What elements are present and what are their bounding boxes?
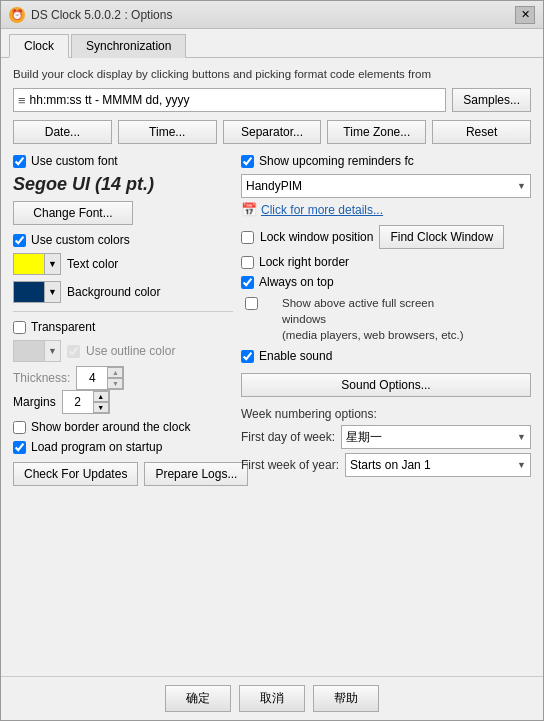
first-week-value: Starts on Jan 1 — [350, 458, 431, 472]
first-day-value: 星期一 — [346, 429, 382, 446]
thickness-input[interactable] — [77, 370, 107, 386]
description-text: Build your clock display by clicking but… — [13, 68, 531, 80]
date-button[interactable]: Date... — [13, 120, 112, 144]
format-buttons-row: Date... Time... Separator... Time Zone..… — [13, 120, 531, 144]
find-clock-button[interactable]: Find Clock Window — [379, 225, 504, 249]
main-columns: Use custom font Segoe UI (14 pt.) Change… — [13, 154, 531, 486]
load-startup-checkbox[interactable] — [13, 441, 26, 454]
margins-input[interactable] — [63, 394, 93, 410]
margins-row: Margins ▲ ▼ — [13, 390, 233, 414]
show-border-checkbox[interactable] — [13, 421, 26, 434]
font-display: Segoe UI (14 pt.) — [13, 174, 233, 195]
background-color-row: ▼ Background color — [13, 281, 233, 303]
use-custom-font-row: Use custom font — [13, 154, 233, 168]
reset-button[interactable]: Reset — [432, 120, 531, 144]
click-details-link[interactable]: Click for more details... — [261, 203, 383, 217]
format-align-icon: ≡ — [18, 93, 26, 108]
left-column: Use custom font Segoe UI (14 pt.) Change… — [13, 154, 233, 486]
use-custom-font-checkbox[interactable] — [13, 155, 26, 168]
timezone-button[interactable]: Time Zone... — [327, 120, 426, 144]
show-above-row: Show above active full screen windows (m… — [245, 295, 531, 343]
bg-color-dropdown-arrow[interactable]: ▼ — [44, 282, 60, 302]
show-above-line1: Show above active full screen — [282, 295, 464, 311]
confirm-button[interactable]: 确定 — [165, 685, 231, 712]
reminders-dropdown[interactable]: HandyPIM ▼ — [241, 174, 531, 198]
text-color-swatch-wrap[interactable]: ▼ — [13, 253, 61, 275]
text-color-label: Text color — [67, 257, 118, 271]
use-outline-color-checkbox — [67, 345, 80, 358]
always-on-top-checkbox[interactable] — [241, 276, 254, 289]
check-updates-button[interactable]: Check For Updates — [13, 462, 138, 486]
use-outline-color-label: Use outline color — [86, 344, 175, 358]
outline-swatch-wrap: ▼ — [13, 340, 61, 362]
thickness-down[interactable]: ▼ — [107, 378, 123, 389]
app-icon: ⏰ — [9, 7, 25, 23]
first-week-dropdown[interactable]: Starts on Jan 1 ▼ — [345, 453, 531, 477]
first-day-row: First day of week: 星期一 ▼ — [241, 425, 531, 449]
reminders-dropdown-arrow: ▼ — [517, 181, 526, 191]
format-input[interactable] — [30, 93, 442, 107]
separator-line — [13, 311, 233, 312]
thickness-spinner[interactable]: ▲ ▼ — [76, 366, 124, 390]
cancel-button[interactable]: 取消 — [239, 685, 305, 712]
format-row: ≡ Samples... — [13, 88, 531, 112]
always-on-top-row: Always on top — [241, 275, 531, 289]
margins-up[interactable]: ▲ — [93, 391, 109, 402]
bottom-buttons: Check For Updates Prepare Logs... — [13, 462, 233, 486]
bg-color-swatch-wrap[interactable]: ▼ — [13, 281, 61, 303]
calendar-icon: 📅 — [241, 202, 257, 217]
thickness-row: Thickness: ▲ ▼ — [13, 366, 233, 390]
show-reminders-checkbox[interactable] — [241, 155, 254, 168]
transparent-row: Transparent — [13, 320, 233, 334]
text-color-dropdown-arrow[interactable]: ▼ — [44, 254, 60, 274]
use-custom-font-label: Use custom font — [31, 154, 118, 168]
time-button[interactable]: Time... — [118, 120, 217, 144]
margins-label: Margins — [13, 395, 56, 409]
outline-dropdown-arrow: ▼ — [44, 341, 60, 361]
tab-clock[interactable]: Clock — [9, 34, 69, 58]
tab-content: Build your clock display by clicking but… — [1, 58, 543, 676]
margins-arrows: ▲ ▼ — [93, 391, 109, 413]
show-above-text: Show above active full screen windows (m… — [262, 295, 464, 343]
enable-sound-checkbox[interactable] — [241, 350, 254, 363]
first-week-row: First week of year: Starts on Jan 1 ▼ — [241, 453, 531, 477]
first-day-arrow: ▼ — [517, 432, 526, 442]
week-numbering-section: Week numbering options: First day of wee… — [241, 407, 531, 477]
dialog-buttons: 确定 取消 帮助 — [1, 676, 543, 720]
margins-down[interactable]: ▼ — [93, 402, 109, 413]
enable-sound-row: Enable sound — [241, 349, 531, 363]
first-week-arrow: ▼ — [517, 460, 526, 470]
first-day-dropdown[interactable]: 星期一 ▼ — [341, 425, 531, 449]
right-column: Show upcoming reminders fc HandyPIM ▼ 📅 … — [233, 154, 531, 486]
sound-options-button[interactable]: Sound Options... — [241, 373, 531, 397]
change-font-button[interactable]: Change Font... — [13, 201, 133, 225]
lock-right-checkbox[interactable] — [241, 256, 254, 269]
show-above-checkbox[interactable] — [245, 297, 258, 310]
tab-bar: Clock Synchronization — [1, 29, 543, 58]
samples-button[interactable]: Samples... — [452, 88, 531, 112]
window-title: DS Clock 5.0.0.2 : Options — [31, 8, 172, 22]
show-above-line3: (media players, web browsers, etc.) — [282, 327, 464, 343]
title-bar: ⏰ DS Clock 5.0.0.2 : Options ✕ — [1, 1, 543, 29]
show-border-row: Show border around the clock — [13, 420, 233, 434]
help-button[interactable]: 帮助 — [313, 685, 379, 712]
lock-window-row: Lock window position Find Clock Window — [241, 225, 531, 249]
show-above-line2: windows — [282, 311, 464, 327]
week-numbering-label: Week numbering options: — [241, 407, 531, 421]
tab-synchronization[interactable]: Synchronization — [71, 34, 186, 58]
lock-window-checkbox[interactable] — [241, 231, 254, 244]
options-window: ⏰ DS Clock 5.0.0.2 : Options ✕ Clock Syn… — [0, 0, 544, 721]
margins-spinner[interactable]: ▲ ▼ — [62, 390, 110, 414]
thickness-up[interactable]: ▲ — [107, 367, 123, 378]
thickness-label: Thickness: — [13, 371, 70, 385]
use-custom-colors-label: Use custom colors — [31, 233, 130, 247]
transparent-label: Transparent — [31, 320, 95, 334]
transparent-checkbox[interactable] — [13, 321, 26, 334]
text-color-swatch — [14, 254, 44, 274]
text-color-row: ▼ Text color — [13, 253, 233, 275]
enable-sound-label: Enable sound — [259, 349, 332, 363]
lock-right-label: Lock right border — [259, 255, 349, 269]
separator-button[interactable]: Separator... — [223, 120, 322, 144]
close-button[interactable]: ✕ — [515, 6, 535, 24]
use-custom-colors-checkbox[interactable] — [13, 234, 26, 247]
